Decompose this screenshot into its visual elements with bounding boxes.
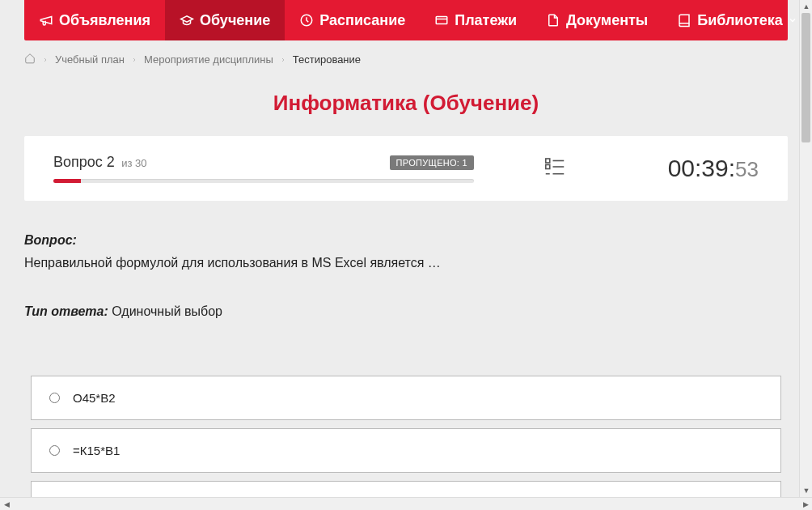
answer-type-value: Одиночный выбор — [112, 304, 222, 318]
answer-option[interactable]: О45*В2 — [31, 376, 781, 420]
scroll-track[interactable] — [800, 13, 812, 484]
answer-radio[interactable] — [49, 445, 60, 456]
svg-rect-1 — [436, 17, 447, 24]
nav-label: Объявления — [59, 12, 150, 29]
question-list-button[interactable] — [543, 155, 567, 182]
question-number: Вопрос 2 — [53, 154, 115, 170]
question-label: Вопрос: — [24, 233, 788, 248]
education-icon — [180, 13, 194, 28]
svg-rect-3 — [546, 165, 550, 169]
scroll-thumb[interactable] — [801, 13, 810, 142]
nav-item-schedule[interactable]: Расписание — [285, 0, 420, 40]
answer-text: О45*В2 — [73, 391, 116, 405]
breadcrumb-current: Тестирование — [293, 53, 361, 66]
nav-label: Библиотека — [697, 12, 783, 29]
navbar: Объявления Обучение Расписание Платежи Д… — [24, 0, 788, 40]
chevron-down-icon — [788, 12, 797, 29]
scroll-up-icon[interactable]: ▲ — [800, 0, 812, 13]
scroll-left-icon[interactable]: ◀ — [0, 498, 13, 511]
answer-option[interactable]: =К15*В1 — [31, 428, 781, 473]
chevron-right-icon — [280, 56, 286, 64]
book-icon — [677, 13, 691, 28]
nav-label: Документы — [566, 12, 648, 29]
answer-radio[interactable] — [49, 393, 60, 403]
answer-text: =К15*В1 — [73, 444, 120, 457]
vertical-scrollbar[interactable]: ▲ ▼ — [799, 0, 812, 497]
answers-list: О45*В2 =К15*В1 =А12-В4 — [24, 376, 788, 497]
nav-label: Обучение — [200, 12, 270, 29]
svg-rect-2 — [546, 159, 550, 163]
scroll-right-icon[interactable]: ▶ — [799, 498, 812, 511]
horizontal-scrollbar[interactable]: ◀ ▶ — [0, 497, 812, 510]
breadcrumb-item[interactable]: Учебный план — [55, 53, 125, 66]
nav-item-library[interactable]: Библиотека — [662, 0, 812, 40]
page-title: Информатика (Обучение) — [24, 91, 788, 116]
home-icon[interactable] — [24, 53, 36, 66]
question-text: Неправильной формулой для использования … — [24, 254, 788, 272]
answer-type-label: Тип ответа: — [24, 304, 108, 318]
timer: 00:39:53 — [668, 155, 759, 182]
breadcrumb: Учебный план Мероприятие дисциплины Тест… — [24, 40, 788, 79]
payment-icon — [434, 13, 449, 28]
question-block: Вопрос: Неправильной формулой для исполь… — [24, 201, 788, 335]
megaphone-icon — [39, 13, 53, 28]
answer-option[interactable]: =А12-В4 — [31, 481, 781, 497]
scroll-down-icon[interactable]: ▼ — [800, 484, 812, 497]
nav-label: Платежи — [455, 12, 517, 29]
nav-item-documents[interactable]: Документы — [531, 0, 662, 40]
timer-main: 00:39: — [668, 155, 735, 182]
question-total: из 30 — [121, 157, 146, 169]
chevron-right-icon — [131, 56, 137, 64]
progress-bar — [53, 179, 474, 183]
nav-item-education[interactable]: Обучение — [165, 0, 285, 40]
progress-fill — [53, 179, 81, 183]
clock-icon — [299, 13, 314, 28]
document-icon — [546, 13, 560, 28]
timer-seconds: 53 — [735, 157, 759, 182]
nav-item-payments[interactable]: Платежи — [420, 0, 531, 40]
skipped-badge: ПРОПУЩЕНО: 1 — [390, 155, 474, 170]
chevron-right-icon — [42, 56, 49, 64]
nav-item-announcements[interactable]: Объявления — [24, 0, 165, 40]
breadcrumb-item[interactable]: Мероприятие дисциплины — [144, 53, 273, 66]
nav-label: Расписание — [319, 12, 405, 29]
status-bar: Вопрос 2 из 30 ПРОПУЩЕНО: 1 00:39:53 — [24, 136, 788, 201]
